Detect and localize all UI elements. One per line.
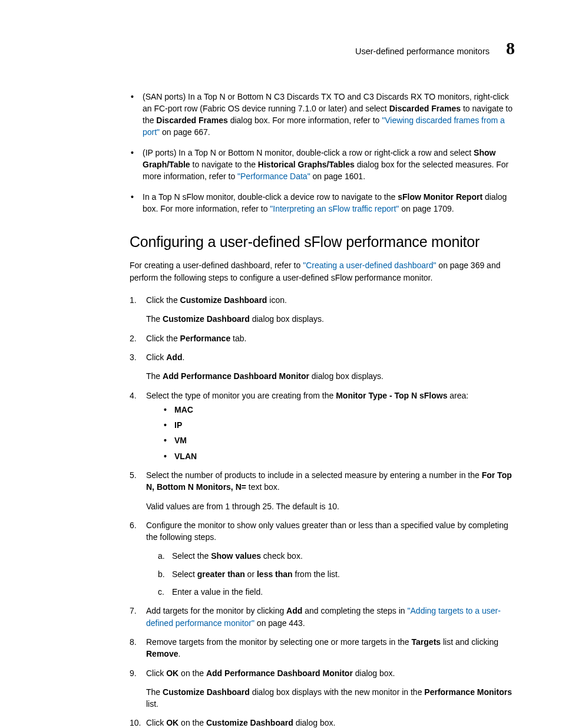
text: and completing the steps in — [302, 606, 407, 615]
text: dialog box. For more information, refer … — [228, 116, 382, 125]
text: on the — [178, 718, 206, 727]
text: check box. — [261, 551, 303, 561]
bold-text: Targets — [412, 637, 441, 647]
text: dialog box. — [353, 668, 395, 678]
cross-reference-link[interactable]: "Interpreting an sFlow traffic report" — [270, 204, 399, 213]
bold-text: Discarded Frames — [156, 116, 227, 125]
text: from the list. — [293, 569, 340, 579]
bold-text: Historical Graphs/Tables — [258, 160, 355, 169]
text: Remove targets from the monitor by selec… — [146, 637, 412, 647]
text: on page 443. — [254, 618, 305, 628]
step-item: Click the Customize Dashboard icon. The … — [130, 294, 515, 325]
procedure-steps: Click the Customize Dashboard icon. The … — [130, 294, 515, 728]
bold-text: Add Performance Dashboard Monitor — [206, 668, 353, 678]
bold-text: Customize Dashboard — [206, 718, 293, 727]
bold-text: Discarded Frames — [389, 104, 461, 113]
text: list. — [146, 699, 158, 709]
intro-paragraph: For creating a user-defined dashboard, r… — [130, 259, 515, 284]
bold-text: Performance — [180, 334, 231, 343]
cross-reference-link[interactable]: "Performance Data" — [237, 172, 310, 181]
content-body: (SAN ports) In a Top N or Bottom N C3 Di… — [130, 91, 515, 729]
bold-text: OK — [166, 668, 178, 678]
bold-text: MAC — [174, 405, 193, 414]
cross-reference-link[interactable]: "Creating a user-defined dashboard" — [303, 261, 436, 270]
bullet-item: (SAN ports) In a Top N or Bottom N C3 Di… — [130, 91, 515, 139]
bold-text: Customize Dashboard — [180, 295, 267, 305]
bold-text: Monitor Type - Top N sFlows — [336, 391, 447, 400]
text: . — [178, 649, 180, 658]
bold-text: OK — [166, 718, 178, 727]
bold-text: Add — [166, 353, 182, 362]
text: dialog box. — [293, 718, 336, 727]
text: on page 1601. — [310, 172, 365, 181]
substep-item: Enter a value in the field. — [158, 586, 515, 598]
bullet-item: In a Top N sFlow monitor, double-click a… — [130, 191, 515, 215]
text: The — [146, 687, 163, 697]
substep-list: Select the Show values check box. Select… — [146, 550, 515, 598]
step-item: Configure the monitor to show only value… — [130, 519, 515, 598]
step-item: Click Add. The Add Performance Dashboard… — [130, 351, 515, 383]
bold-text: Add Performance Dashboard Monitor — [163, 371, 309, 381]
option-item: VM — [163, 434, 515, 446]
substep-item: Select the Show values check box. — [158, 550, 515, 562]
text: Select the type of monitor you are creat… — [146, 391, 336, 400]
bold-text: greater than — [197, 569, 245, 579]
text: area: — [447, 391, 468, 400]
text: . — [182, 353, 184, 362]
step-item: Click OK on the Add Performance Dashboar… — [130, 667, 515, 710]
step-item: Select the number of products to include… — [130, 469, 515, 512]
text: to navigate to the — [190, 160, 258, 169]
text: tab. — [230, 334, 246, 343]
text: Click — [146, 353, 166, 362]
step-result: The Customize Dashboard dialog box displ… — [146, 313, 515, 325]
bold-text: VLAN — [174, 452, 197, 461]
text: Select — [172, 569, 197, 579]
section-heading: Configuring a user-defined sFlow perform… — [47, 231, 515, 252]
step-item: Select the type of monitor you are creat… — [130, 390, 515, 462]
text: In a Top N sFlow monitor, double-click a… — [143, 192, 398, 202]
running-header: User-defined performance monitors 8 — [47, 35, 515, 61]
bold-text: Remove — [146, 649, 178, 658]
text: Add targets for the monitor by clicking — [146, 606, 286, 615]
text: Click — [146, 718, 166, 727]
text: Click the — [146, 295, 180, 305]
text: dialog box displays. — [309, 371, 384, 381]
option-item: IP — [163, 419, 515, 431]
text: or — [245, 569, 257, 579]
text: icon. — [267, 295, 286, 305]
text: Click — [146, 668, 166, 678]
text: Select the — [172, 551, 211, 561]
text: Configure the monitor to show only value… — [146, 521, 508, 542]
text: dialog box displays. — [250, 314, 324, 324]
step-result: The Add Performance Dashboard Monitor di… — [146, 370, 515, 382]
step-item: Click OK on the Customize Dashboard dial… — [130, 717, 515, 728]
bold-text: VM — [174, 436, 187, 445]
bold-text: Customize Dashboard — [163, 314, 250, 324]
bold-text: Performance Monitors — [424, 687, 512, 697]
step-result: The Customize Dashboard dialog box displ… — [146, 686, 515, 710]
step-item: Click the Performance tab. — [130, 332, 515, 344]
heading-text: Configuring a user-defined sFlow perform… — [130, 231, 480, 252]
step-item: Remove targets from the monitor by selec… — [130, 636, 515, 660]
option-list: MAC IP VM VLAN — [146, 404, 515, 462]
top-bullet-list: (SAN ports) In a Top N or Bottom N C3 Di… — [130, 91, 515, 215]
text: Click the — [146, 334, 180, 343]
bold-text: less than — [257, 569, 293, 579]
option-item: MAC — [163, 404, 515, 416]
text: Select the number of products to include… — [146, 470, 482, 480]
option-item: VLAN — [163, 450, 515, 462]
running-header-title: User-defined performance monitors — [355, 45, 490, 58]
page: User-defined performance monitors 8 (SAN… — [0, 0, 562, 728]
text: For creating a user-defined dashboard, r… — [130, 261, 303, 270]
bold-text: IP — [174, 420, 182, 430]
bullet-item: (IP ports) In a Top N or Bottom N monito… — [130, 147, 515, 183]
step-note: Valid values are from 1 through 25. The … — [146, 500, 515, 512]
text: (IP ports) In a Top N or Bottom N monito… — [143, 148, 474, 157]
chapter-number: 8 — [506, 35, 515, 61]
text: The — [146, 371, 163, 381]
substep-item: Select greater than or less than from th… — [158, 568, 515, 580]
bold-text: sFlow Monitor Report — [398, 192, 482, 202]
bold-text: Customize Dashboard — [163, 687, 250, 697]
text: The — [146, 314, 163, 324]
text: on page 667. — [160, 127, 210, 137]
